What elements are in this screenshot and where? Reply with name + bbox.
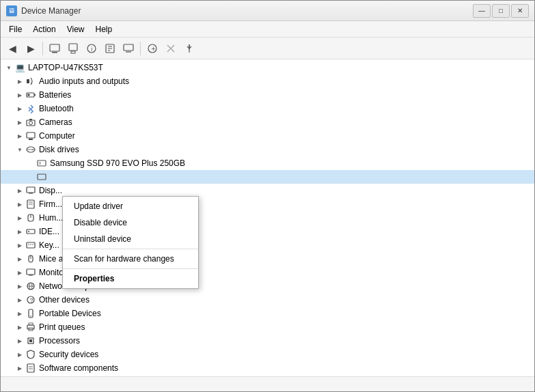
tree-portable[interactable]: Portable Devices	[1, 307, 534, 320]
tree-computer[interactable]: Computer	[1, 129, 534, 143]
portable-label: Portable Devices	[39, 309, 101, 318]
cameras-arrow[interactable]	[14, 117, 25, 128]
audio-icon	[25, 76, 36, 87]
audio-arrow[interactable]	[14, 76, 25, 87]
tree-ssd-1[interactable]: Samsung SSD 970 EVO Plus 250GB	[1, 156, 534, 170]
root-icon: 💻	[14, 62, 25, 73]
security-arrow[interactable]	[14, 349, 25, 360]
tree-processors[interactable]: Processors	[1, 334, 534, 348]
svg-rect-25	[29, 119, 32, 120]
portable-arrow[interactable]	[14, 308, 25, 319]
toolbar-sep-2	[140, 42, 141, 55]
device-manager-btn[interactable]	[46, 40, 64, 57]
tree-software-components[interactable]: Software components	[1, 361, 534, 375]
network-arrow[interactable]	[14, 281, 25, 292]
menu-bar: File Action View Help	[1, 21, 534, 38]
sw-comp-arrow[interactable]	[14, 363, 25, 374]
hid-icon	[25, 212, 36, 223]
menu-action[interactable]: Action	[27, 23, 61, 36]
window-icon: 🖥	[6, 5, 17, 16]
sw-comp-label: Software components	[39, 363, 118, 373]
print-arrow[interactable]	[14, 322, 25, 333]
svg-point-43	[28, 231, 29, 232]
firmware-icon	[25, 199, 36, 210]
mice-arrow[interactable]	[14, 253, 25, 264]
forward-button[interactable]: ▶	[22, 40, 40, 57]
menu-help[interactable]: Help	[90, 23, 118, 36]
svg-rect-3	[71, 51, 75, 53]
monitors-arrow[interactable]	[14, 267, 25, 278]
ide-arrow[interactable]	[14, 226, 25, 237]
properties-btn[interactable]	[101, 40, 119, 57]
computer-btn[interactable]	[64, 40, 82, 57]
ide-icon	[25, 226, 36, 237]
batteries-icon	[25, 89, 36, 100]
tree-audio[interactable]: Audio inputs and outputs	[1, 74, 534, 88]
svg-rect-35	[27, 187, 35, 193]
svg-rect-17	[27, 79, 29, 83]
svg-rect-59	[27, 325, 34, 329]
menu-file[interactable]: File	[3, 23, 27, 36]
disk-drives-label: Disk drives	[39, 145, 79, 154]
display-icon	[25, 185, 36, 196]
display-arrow[interactable]	[14, 185, 25, 196]
tree-batteries[interactable]: Batteries	[1, 88, 534, 102]
tree-software-devices[interactable]: Software devices	[1, 375, 534, 376]
processors-arrow[interactable]	[14, 335, 25, 346]
svg-rect-27	[29, 139, 33, 140]
batteries-label: Batteries	[39, 90, 71, 100]
minimize-button[interactable]: —	[473, 4, 491, 18]
svg-rect-50	[27, 269, 35, 275]
menu-view[interactable]: View	[61, 23, 90, 36]
ctx-uninstall-device[interactable]: Uninstall device	[63, 231, 198, 247]
display-btn[interactable]	[120, 40, 137, 57]
processors-icon	[25, 335, 36, 346]
hid-arrow[interactable]	[14, 212, 25, 223]
svg-point-24	[29, 122, 33, 125]
firmware-arrow[interactable]	[14, 199, 25, 210]
info-btn[interactable]: i	[83, 40, 100, 57]
ssd1-icon	[36, 158, 47, 169]
update-btn[interactable]	[180, 40, 198, 57]
ctx-disable-device[interactable]: Disable device	[63, 214, 198, 231]
close-button[interactable]: ✕	[511, 4, 529, 18]
tree-cameras[interactable]: Cameras	[1, 115, 534, 129]
remove-btn[interactable]	[162, 40, 180, 57]
scan-btn[interactable]: +	[143, 40, 161, 57]
hid-label: Hum...	[39, 213, 63, 223]
tree-ssd-2[interactable]	[1, 170, 534, 184]
ctx-update-driver[interactable]: Update driver	[63, 198, 198, 214]
title-bar-controls: — □ ✕	[473, 4, 529, 18]
ctx-scan-hardware[interactable]: Scan for hardware changes	[63, 251, 198, 267]
ctx-properties[interactable]: Properties	[63, 270, 198, 287]
root-arrow[interactable]	[3, 62, 14, 73]
disk-arrow[interactable]	[14, 144, 25, 155]
tree-display[interactable]: Disp...	[1, 184, 534, 197]
svg-text:+: +	[152, 45, 156, 53]
tree-bluetooth[interactable]: Bluetooth	[1, 102, 534, 115]
keyboards-arrow[interactable]	[14, 240, 25, 251]
computer-arrow[interactable]	[14, 130, 25, 141]
tree-print[interactable]: Print queues	[1, 320, 534, 334]
svg-rect-44	[27, 242, 35, 248]
network-icon	[25, 281, 36, 292]
tree-security[interactable]: Security devices	[1, 348, 534, 361]
tree-disk-drives[interactable]: Disk drives	[1, 143, 534, 156]
other-icon: ?	[25, 294, 36, 305]
bluetooth-arrow[interactable]	[14, 103, 25, 114]
disk-drives-icon	[25, 144, 36, 155]
processors-label: Processors	[39, 336, 80, 346]
other-arrow[interactable]	[14, 294, 25, 305]
security-icon	[25, 349, 36, 360]
maximize-button[interactable]: □	[492, 4, 510, 18]
back-button[interactable]: ◀	[3, 40, 21, 57]
tree-root[interactable]: 💻 LAPTOP-U47KS53T	[1, 61, 534, 74]
security-label: Security devices	[39, 350, 98, 359]
context-menu: Update driver Disable device Uninstall d…	[62, 196, 199, 289]
svg-rect-64	[27, 364, 34, 372]
batteries-arrow[interactable]	[14, 89, 25, 100]
tree-other[interactable]: ? Other devices	[1, 293, 534, 307]
print-icon	[25, 322, 36, 333]
audio-label: Audio inputs and outputs	[39, 76, 129, 86]
ssd1-label: Samsung SSD 970 EVO Plus 250GB	[50, 158, 185, 168]
